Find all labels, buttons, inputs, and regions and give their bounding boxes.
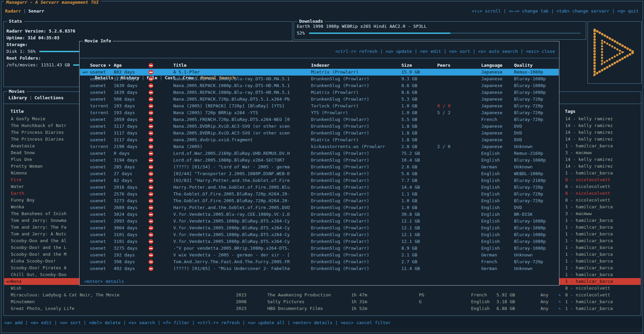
release-age: 1217 days [114,76,137,82]
release-language: English [481,238,500,245]
release-title: Nana.2005.DVDRip.XviD.AC3-SVO (or other … [173,130,290,137]
release-row[interactable]: usenet2916 daysHarry.Potter.and.the.Gobl… [80,184,559,191]
release-quality: BR-DISK [514,211,533,218]
tab-separator: | [29,95,32,100]
release-indexer: DrunkenSlug (Prowlarr) [311,116,369,123]
movie-tag: 8 - nicolecolvett [565,176,610,183]
movie-tag: 1 - hamilcar_barca [565,265,613,271]
release-row[interactable]: usenet285 days(????) [01/34] - "Lord of … [80,164,559,170]
release-row[interactable]: usenet3024 daysV.for.Vendetta.2005.Blu-r… [80,211,559,218]
release-size: 8.6 GB [401,82,417,89]
release-row[interactable]: usenet1639 daysNana.2005.REPACK.1080p.Bl… [80,82,559,89]
release-indexer: DrunkenSlug (Prowlarr) [311,170,369,177]
version-value: 5.2.6.8376 [49,28,75,34]
downloads-panel-title: Downloads [297,18,325,24]
release-row[interactable]: usenet1217 daysNana.2005.REPACK.1080p.Bl… [80,76,559,82]
release-row[interactable]: usenet2993 daysV.for.Vendetta.2005.1080p… [80,218,559,225]
release-row[interactable]: usenet3117 daysNana.2005.DVDRip.XviD.AC3… [80,123,559,130]
no-entry-icon [149,185,153,190]
release-language: English [481,218,500,225]
release-source: usenet [90,177,106,184]
release-size: 12.1 GB [401,238,420,245]
movies-tab-collections[interactable]: Collections [35,95,64,100]
movie-tag: 3 - macmww [565,210,592,217]
release-row[interactable]: usenet3273 daysThe.Goblet.Of.Fire.2005.B… [80,197,559,204]
servarr-tab-sonarr[interactable]: Sonarr [28,8,44,14]
movie-title: The Princess Diaries [11,136,64,143]
no-entry-icon [149,259,153,264]
release-row[interactable]: usenet3064 daysV.for.Vendetta.2005.1080p… [80,225,559,231]
release-quality: Unknown [514,164,533,170]
release-source: usenet [90,231,106,238]
no-entry-icon [149,192,153,196]
release-quality: Bluray-1080p [514,245,546,252]
movies-tab-library[interactable]: Library [8,95,27,100]
column-header-quality: Quality [514,62,533,69]
release-row[interactable]: usenet508 daysNana.2005.REPACK.720p.BluR… [80,96,559,103]
disk-usage-label: Disk 1: 56% [6,48,36,55]
movie-title: Dead Snow [11,149,35,156]
movie-title: Miraculous: Ladybug & Cat Noir, The Movi… [11,292,119,298]
release-row[interactable]: torrent193 daysNana (2005) 720p BRRip x2… [80,109,559,116]
release-indexer: DrunkenSlug (Prowlarr) [311,157,369,164]
release-row[interactable]: usenet1639 daysNana.2005.REPACK.1080p.Bl… [80,89,559,96]
release-size: 1.1 GB [401,191,417,197]
release-size: 75.2 GB [401,150,420,157]
release-age: 2689 days [114,204,137,211]
movie-row[interactable]: Miraculous: Ladybug & Cat Noir, The Movi… [4,292,641,298]
top-keybinds: <↑↓> scroll | <←→> change tab | <tab> ch… [472,7,639,15]
release-language: German [481,252,497,258]
no-entry-icon [149,138,153,142]
servarr-tab-radarr[interactable]: Radarr [5,8,21,14]
release-language: English [481,157,500,164]
release-source: usenet [90,245,106,252]
no-entry-icon [149,90,153,95]
selection-arrow: => [83,69,88,76]
release-row[interactable]: usenet27 days[02/44] "Transporter 2.2005… [80,170,559,177]
release-row[interactable]: usenet3101 daysV.for.Vendetta.2005.1080p… [80,238,559,245]
release-quality: Bluray-720p [514,109,543,116]
release-source: usenet [90,137,106,143]
release-language: Japanese [481,89,503,96]
release-row[interactable]: =>usenet802 daysA 5.1-PTerMiatrix (Prowl… [80,69,559,76]
release-row[interactable]: torrent193 daysNana (2005) [REPACK] [720… [80,103,559,109]
release-source: usenet [90,130,106,137]
release-row[interactable]: usenet0 daysLord.of.War.2005.2160p.BluRa… [80,150,559,157]
release-row[interactable]: usenet1059 daysNana.2005.FRENCH.720p.Blu… [80,116,559,123]
column-header-indexer: Indexer [311,62,330,69]
movie-row[interactable]: Minutemen2008Salty Pictures1h 31mGEnglis… [4,298,641,305]
release-row[interactable]: usenet3194 daysLord.of.War.2005.1080p.Bl… [80,157,559,164]
root-folder-label: /nfs/movies: 11511.43 GB [6,62,70,68]
release-row[interactable]: usenet3117 daysNana.2005.DVDRip.XviD.AC3… [80,130,559,137]
release-row[interactable]: usenet398 daysTom.And.Jerry.The.Fast.And… [80,258,559,265]
release-row[interactable]: usenet3275 days-"V pour vendetta.2005.BR… [80,245,559,252]
release-row[interactable]: usenet2576 daysThe.Goblet.Of.Fire.2005.B… [80,191,559,197]
release-language: English [481,204,500,211]
column-header-peers: Peers [437,62,450,69]
release-title: V.for.Vendetta.2005.1080p.BluRay.DTS.x26… [173,218,290,225]
version-label: Radarr Version: [6,28,46,34]
release-age: 398 days [114,258,135,265]
release-title: Nana.2005.DVDRip.XviD.AC3-SVO (or other … [173,123,290,130]
release-age: 3273 days [114,197,137,204]
release-row[interactable]: usenet82 days[02/83] "Harry.Potter.and.t… [80,177,559,184]
uptime-label: Uptime: [6,35,25,40]
no-entry-icon [149,266,153,271]
release-row[interactable]: usenet2689 daysHarry.Potter.and.the.Gobl… [80,204,559,211]
release-row[interactable]: usenet3101 daysV.for.Vendetta.2005.1080p… [80,231,559,238]
release-quality: Bluray-2160p [514,177,546,184]
release-row[interactable]: usenet3117 daysnana.2005.dvdrip.xvid.fra… [80,137,559,143]
movie-row[interactable]: Wish8 - nicolecolvett [4,285,641,292]
release-row[interactable]: usenet492 days(????) [01/65] - "Miss Und… [80,265,559,272]
release-quality: Bluray-720p [514,191,543,197]
release-indexer: Miatrix (Prowlarr) [311,137,359,143]
no-entry-icon [149,124,153,129]
movie-row[interactable]: Great Photo, Lovely Life2023HBO Document… [4,305,641,312]
release-row[interactable]: torrent2190 daysNana (2005)kickasstorren… [80,143,559,150]
release-peers: 5 / 2 [437,109,450,116]
no-entry-icon [149,117,153,122]
release-row[interactable]: usenet192 daysV wie Vendetta - 2005 - ge… [80,252,559,258]
release-age: 1639 days [114,82,137,89]
release-language: Japanese [481,130,503,137]
release-size: 1.8 GB [401,130,417,137]
